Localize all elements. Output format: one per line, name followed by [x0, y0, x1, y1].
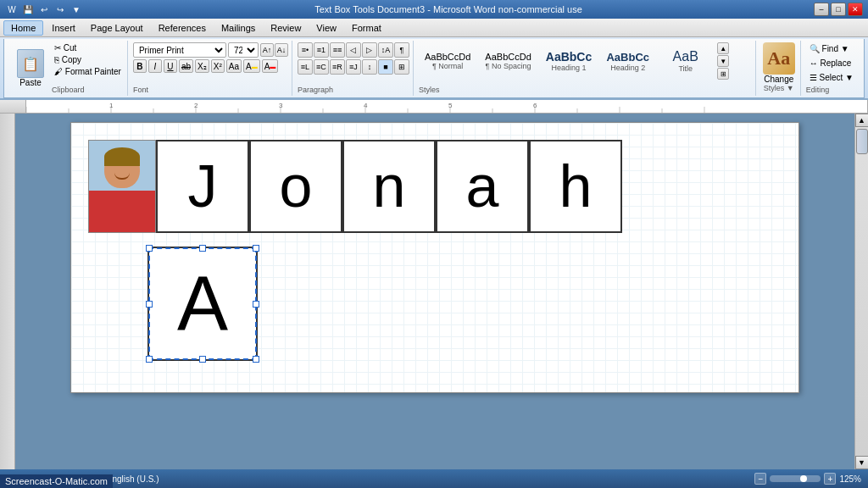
zoom-slider[interactable]: [770, 475, 821, 482]
justify-button[interactable]: ≡J: [346, 59, 361, 75]
cut-button[interactable]: ✂ Cut: [52, 42, 124, 53]
menu-references[interactable]: References: [152, 21, 213, 35]
language-status: English (U.S.): [107, 474, 159, 484]
format-painter-button[interactable]: 🖌 Format Painter: [52, 66, 124, 77]
paragraph-group: ≡• ≡1 ≡≡ ◁ ▷ ↕A ¶ ≡L ≡C ≡R ≡J ↕ ■ ⊞ Para…: [294, 41, 414, 96]
font-face-select[interactable]: Primer Print: [133, 42, 226, 58]
zoom-in-button[interactable]: +: [824, 473, 836, 485]
paste-button[interactable]: 📋 Paste: [11, 42, 50, 94]
font-group-label: Font: [133, 86, 288, 94]
sort-button[interactable]: ↕A: [378, 42, 393, 58]
text-box-container[interactable]: A: [147, 247, 262, 365]
text-box-content: A: [177, 260, 228, 347]
styles-scroll-down[interactable]: ▼: [717, 55, 729, 67]
menu-insert[interactable]: Insert: [45, 21, 82, 35]
style-nospacing-button[interactable]: AaBbCcDd ¶ No Spacing: [479, 49, 537, 73]
handle-bottom-right[interactable]: [253, 356, 259, 363]
align-right-button[interactable]: ≡R: [330, 59, 345, 75]
superscript-button[interactable]: X²: [211, 59, 225, 73]
handle-middle-left[interactable]: [146, 301, 153, 308]
strikethrough-button[interactable]: ab: [179, 59, 193, 73]
styles-scroll-up[interactable]: ▲: [717, 42, 729, 54]
undo-icon[interactable]: ↩: [37, 3, 51, 16]
save-icon[interactable]: 💾: [21, 3, 35, 16]
menu-format[interactable]: Format: [345, 21, 388, 35]
increase-indent-button[interactable]: ▷: [362, 42, 377, 58]
letter-box-J: J: [156, 140, 249, 233]
underline-button[interactable]: U: [164, 59, 177, 73]
find-button[interactable]: 🔍 Find ▼: [806, 42, 857, 55]
menu-home[interactable]: Home: [3, 20, 43, 36]
style-h1-label: Heading 1: [551, 64, 586, 72]
document-scroll-area[interactable]: J o n a h A: [15, 114, 854, 469]
style-normal-preview: AaBbCcDd: [425, 52, 470, 62]
copy-button[interactable]: ⎘ Copy: [52, 54, 124, 65]
numbering-button[interactable]: ≡1: [314, 42, 329, 58]
redo-icon[interactable]: ↪: [53, 3, 67, 16]
font-size-select[interactable]: 72: [228, 42, 259, 58]
style-h1-button[interactable]: AaBbCc Heading 1: [540, 47, 598, 75]
subscript-button[interactable]: X₂: [195, 59, 209, 73]
multilevel-button[interactable]: ≡≡: [330, 42, 345, 58]
style-title-label: Title: [678, 64, 693, 73]
style-title-button[interactable]: AaB Title: [658, 47, 713, 75]
borders-button[interactable]: ⊞: [394, 59, 409, 75]
text-case-button[interactable]: Aa: [226, 59, 242, 73]
align-center-button[interactable]: ≡C: [314, 59, 329, 75]
letter-box-n: n: [342, 140, 436, 233]
word-logo-icon[interactable]: W: [5, 3, 19, 16]
window-controls: – □ ✕: [814, 3, 863, 16]
change-styles-sublabel[interactable]: Styles ▼: [764, 84, 794, 92]
document-container: J o n a h A: [0, 114, 868, 469]
style-nospacing-preview: AaBbCcDd: [485, 52, 531, 62]
svg-text:5: 5: [448, 102, 453, 109]
align-left-button[interactable]: ≡L: [298, 59, 313, 75]
ruler-inner: 1 2 3 4 5 6: [25, 100, 868, 113]
title-bar: W 💾 ↩ ↪ ▼ Text Box Tools Document3 - Mic…: [0, 0, 868, 19]
scroll-down-arrow[interactable]: ▼: [855, 456, 869, 469]
highlight-button[interactable]: A▬: [243, 59, 260, 73]
svg-rect-0: [26, 100, 867, 113]
decrease-font-button[interactable]: A↓: [275, 43, 288, 57]
style-normal-button[interactable]: AaBbCcDd ¶ Normal: [419, 49, 476, 73]
handle-middle-right[interactable]: [253, 301, 259, 308]
scroll-thumb[interactable]: [856, 129, 868, 154]
menu-review[interactable]: Review: [264, 21, 308, 35]
handle-top-right[interactable]: [253, 245, 259, 252]
maximize-button[interactable]: □: [831, 3, 846, 16]
select-button[interactable]: ☰ Select ▼: [806, 71, 857, 84]
replace-button[interactable]: ↔ Replace: [806, 57, 857, 69]
close-button[interactable]: ✕: [848, 3, 863, 16]
bold-button[interactable]: B: [133, 59, 147, 73]
style-h2-button[interactable]: AaBbCc Heading 2: [600, 48, 655, 75]
handle-bottom-left[interactable]: [146, 356, 153, 363]
minimize-button[interactable]: –: [814, 3, 829, 16]
svg-text:6: 6: [533, 102, 537, 109]
shading-button[interactable]: ■: [378, 59, 393, 75]
letter-box-h: h: [529, 140, 622, 233]
styles-more-button[interactable]: ⊞: [717, 68, 729, 80]
handle-top-center[interactable]: [199, 245, 206, 252]
menu-mailings[interactable]: Mailings: [214, 21, 262, 35]
show-marks-button[interactable]: ¶: [394, 42, 409, 58]
styles-group: AaBbCcDd ¶ Normal AaBbCcDd ¶ No Spacing …: [415, 41, 756, 96]
increase-font-button[interactable]: A↑: [260, 43, 274, 57]
change-styles-icon: Aa: [763, 42, 795, 75]
photo-box: [88, 140, 156, 233]
scroll-up-arrow[interactable]: ▲: [855, 114, 869, 127]
font-color-button[interactable]: A▬: [262, 59, 279, 73]
line-spacing-button[interactable]: ↕: [362, 59, 377, 75]
svg-text:1: 1: [109, 102, 114, 109]
bullets-button[interactable]: ≡•: [298, 42, 313, 58]
decrease-indent-button[interactable]: ◁: [346, 42, 361, 58]
menu-page-layout[interactable]: Page Layout: [84, 21, 150, 35]
more-qat-icon[interactable]: ▼: [70, 3, 83, 16]
zoom-out-button[interactable]: −: [754, 473, 766, 485]
menu-view[interactable]: View: [309, 21, 343, 35]
style-nospacing-label: ¶ No Spacing: [486, 62, 531, 70]
handle-bottom-center[interactable]: [199, 356, 206, 363]
italic-button[interactable]: I: [148, 59, 162, 73]
handle-top-left[interactable]: [146, 245, 153, 252]
vertical-scrollbar[interactable]: ▲ ▼: [854, 114, 868, 469]
zoom-level: 125%: [839, 474, 861, 484]
